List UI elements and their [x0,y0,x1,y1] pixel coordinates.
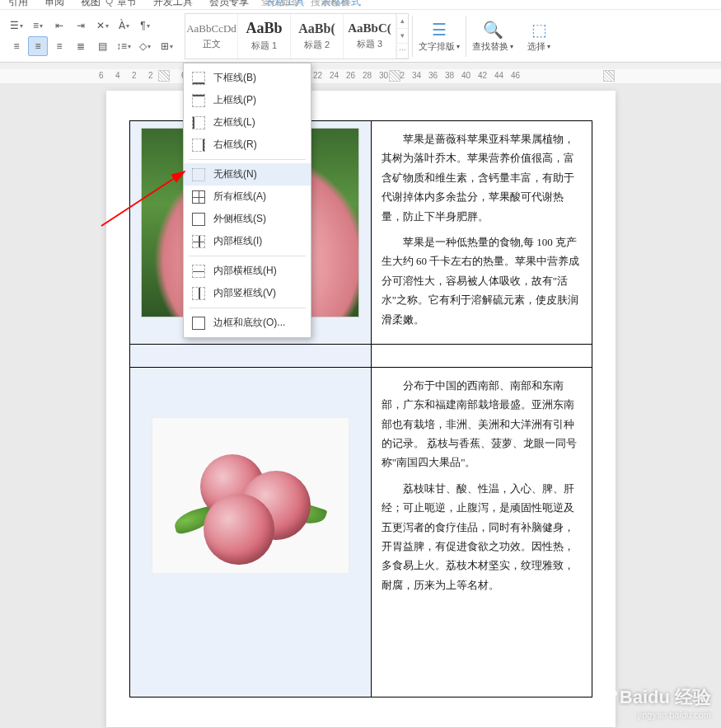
border-label: 左框线(L) [213,115,255,129]
border-menu-item[interactable]: 右框线(R) [184,134,311,156]
lychee-image [152,417,349,574]
border-label: 下框线(B) [213,71,256,85]
border-icon [192,235,205,248]
ruler-tick: 34 [412,71,421,80]
cell-apple-text[interactable]: 苹果是蔷薇科苹果亚科苹果属植物，其树为落叶乔木。苹果营养价值很高，富含矿物质和维… [371,121,592,345]
distribute-button[interactable]: ▤ [92,36,112,56]
cell-lychee-image[interactable] [129,367,371,697]
ruler-tick: 46 [511,71,520,80]
border-label: 边框和底纹(O)... [213,316,285,330]
border-icon [192,139,205,152]
border-label: 右框线(R) [213,138,257,152]
lychee-text: 分布于中国的西南部、南部和东南部，广东和福建南部栽培最盛。亚洲东南部也有栽培，非… [372,368,592,609]
search-placeholder[interactable]: 查找命令、搜索模板 [261,0,350,9]
ruler-marker[interactable] [603,70,615,82]
ruler-tick: 2 [132,71,137,80]
border-menu-item[interactable]: 内部横框线(H) [184,260,311,282]
indent-decrease-button[interactable]: ⇤ [49,16,69,35]
search-icon: 🔍 [483,19,503,40]
styles-gallery[interactable]: AaBbCcDd 正文 AaBb 标题 1 AaBb( 标题 2 AaBbC( … [185,13,409,59]
ruler-tick: 6 [99,71,104,80]
shading-button[interactable]: ◇▾ [135,36,155,56]
menu-item[interactable]: 章节 [117,0,137,9]
border-icon [192,213,205,226]
scroll-down-icon[interactable]: ▾ [397,29,408,44]
border-menu-item[interactable]: 左框线(L) [184,111,311,134]
border-button[interactable]: ⊞▾ [157,36,176,56]
ruler-tick: 22 [313,71,322,80]
align-right-button[interactable]: ≡ [49,36,69,56]
ruler-tick: 24 [330,71,339,80]
search-icon[interactable]: Q [105,0,113,7]
style-h3[interactable]: AaBbC( 标题 3 [344,14,396,59]
style-body[interactable]: AaBbCcDd 正文 [185,14,238,59]
border-label: 内部竖框线(V) [213,286,276,300]
border-icon [192,116,205,129]
menu-item[interactable]: 视图 [81,0,101,9]
separator [466,16,466,57]
border-menu-item[interactable]: 内部竖框线(V) [184,282,311,304]
border-menu-item[interactable]: 外侧框线(S) [184,208,311,230]
clear-format-button[interactable]: ✕▾ [92,16,112,35]
cursor-icon: ⬚ [531,19,547,40]
indent-increase-button[interactable]: ⇥ [71,16,91,35]
border-icon [192,265,205,278]
border-label: 外侧框线(S) [213,212,266,226]
border-menu-item[interactable]: 所有框线(A) [184,186,311,208]
ruler-tick: 28 [363,71,372,80]
border-icon [192,287,205,300]
number-list-button[interactable]: ≡▾ [28,16,48,35]
spacer-cell[interactable] [129,344,371,367]
ruler-tick: 4 [115,71,120,80]
menu-item[interactable]: 会员专享 [209,0,249,9]
border-icon [192,72,205,85]
apple-text: 苹果是蔷薇科苹果亚科苹果属植物，其树为落叶乔木。苹果营养价值很高，富含矿物质和维… [372,121,592,344]
sort-button[interactable]: А̀▾ [114,16,133,35]
bullet-list-button[interactable]: ☰▾ [7,16,26,35]
border-menu-item[interactable]: 下框线(B) [184,67,311,89]
ruler-tick: 40 [461,71,471,80]
menu-item[interactable]: 开发工具 [153,0,193,9]
menu-item[interactable]: 引用 [8,0,28,9]
border-icon [192,94,205,107]
ruler-tick: 36 [428,71,438,80]
find-replace-button[interactable]: 🔍 查找替换▾ [470,13,516,59]
menu-bar: 引用 审阅 视图 章节 开发工具 会员专享 表格工具 表格样式 Q 查找命令、搜… [0,0,721,10]
styles-scroll[interactable]: ▴ ▾ ⋯ [396,14,408,59]
cell-lychee-text[interactable]: 分布于中国的西南部、南部和东南部，广东和福建南部栽培最盛。亚洲东南部也有栽培，非… [371,367,592,697]
border-label: 所有框线(A) [213,190,266,204]
align-center-button[interactable]: ≡ [28,36,48,56]
style-h2[interactable]: AaBb( 标题 2 [291,14,344,59]
ribbon: ☰▾ ≡▾ ⇤ ⇥ ✕▾ А̀▾ ¶▾ ≡ ≡ ≡ ≣ ▤ ↕≡▾ ◇▾ ⊞▾ … [0,10,721,63]
ruler-marker[interactable] [158,70,170,82]
line-spacing-button[interactable]: ↕≡▾ [114,36,133,56]
ruler-marker[interactable] [389,70,400,82]
align-justify-button[interactable]: ≣ [71,36,91,56]
menu-item[interactable]: 审阅 [44,0,64,9]
border-menu-item[interactable]: 上框线(P) [184,89,311,111]
border-menu-item[interactable]: 内部框线(I) [184,230,311,252]
border-label: 上框线(P) [213,93,256,107]
border-menu-item[interactable]: 无框线(N) [184,163,311,186]
select-button[interactable]: ⬚ 选择▾ [516,13,562,59]
horizontal-ruler[interactable]: 6422468101214161820222426283032343638404… [0,69,721,84]
ruler-tick: 42 [478,71,487,80]
ruler-tick: 2 [148,71,153,80]
text-layout-button[interactable]: ☰ 文字排版▾ [416,13,462,59]
scroll-more-icon[interactable]: ⋯ [397,44,408,59]
border-label: 无框线(N) [213,167,257,181]
borders-dropdown: 下框线(B)上框线(P)左框线(L)右框线(R)无框线(N)所有框线(A)外侧框… [183,63,311,338]
scroll-up-icon[interactable]: ▴ [397,14,408,29]
border-label: 内部横框线(H) [213,264,277,278]
border-label: 内部框线(I) [213,234,262,248]
reveal-button[interactable]: ¶▾ [135,16,155,35]
style-h1[interactable]: AaBb 标题 1 [238,14,291,59]
border-icon [192,317,205,330]
document-canvas[interactable]: 苹果是蔷薇科苹果亚科苹果属植物，其树为落叶乔木。苹果营养价值很高，富含矿物质和维… [0,84,721,728]
ruler-tick: 38 [445,71,454,80]
align-left-button[interactable]: ≡ [7,36,26,56]
border-icon [192,168,205,181]
border-menu-item[interactable]: 边框和底纹(O)... [184,312,311,334]
spacer-cell[interactable] [371,344,592,367]
ruler-tick: 30 [379,71,388,80]
